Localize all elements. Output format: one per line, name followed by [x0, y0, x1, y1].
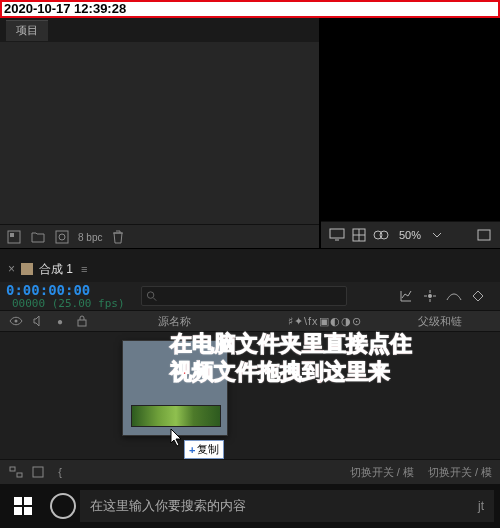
project-tab-label: 项目 [16, 23, 38, 38]
timeline-search-input[interactable] [157, 288, 346, 305]
project-bin-area[interactable] [0, 42, 319, 224]
panel-menu-icon[interactable]: ≡ [81, 263, 87, 275]
drag-copy-label: 复制 [197, 442, 219, 457]
svg-point-10 [428, 294, 432, 298]
svg-rect-17 [24, 497, 32, 505]
svg-rect-18 [14, 507, 22, 515]
trash-icon[interactable] [110, 229, 126, 245]
interpret-icon[interactable] [6, 229, 22, 245]
timeline-tab-label[interactable]: 合成 1 [39, 261, 73, 278]
toggle-switches-label-a[interactable]: 切换开关 / 模 [350, 465, 414, 480]
svg-rect-4 [330, 229, 344, 238]
windows-taskbar: 在这里输入你要搜索的内容 jt [0, 484, 500, 528]
dragged-video-thumbnail[interactable] [122, 340, 228, 436]
taskbar-search-placeholder: 在这里输入你要搜索的内容 [90, 497, 246, 515]
svg-rect-8 [478, 230, 490, 240]
monitor-icon[interactable] [329, 227, 345, 243]
project-toolbar: 8 bpc [0, 224, 319, 248]
new-comp-icon[interactable] [54, 229, 70, 245]
svg-rect-12 [78, 320, 86, 326]
svg-rect-2 [56, 231, 68, 243]
close-x-icon[interactable]: × [8, 262, 15, 276]
svg-point-3 [59, 234, 65, 240]
svg-rect-13 [10, 467, 15, 471]
timeline-search[interactable] [141, 286, 347, 306]
svg-rect-15 [33, 467, 43, 477]
thumbnail-preview [131, 405, 221, 427]
svg-point-9 [147, 292, 153, 298]
bpc-toggle[interactable]: 8 bpc [78, 232, 102, 243]
av-columns: ● [0, 313, 158, 329]
timeline-footer: { 切换开关 / 模 切换开关 / 模 [0, 459, 500, 484]
drag-copy-tooltip: + 复制 [184, 440, 224, 459]
svg-point-7 [380, 231, 388, 239]
chevron-down-icon[interactable] [429, 227, 445, 243]
timeline-panel: × 合成 1 ≡ 0:00:00:00 00000 (25.00 fps) ● … [0, 256, 500, 484]
zoom-level[interactable]: 50% [399, 229, 421, 241]
project-tab[interactable]: 项目 [6, 20, 48, 41]
switches-header: ♯✦\fx▣◐◑⊙ [288, 315, 418, 328]
fps-readout: 00000 (25.00 fps) [6, 297, 131, 310]
lock-column-icon[interactable] [74, 313, 90, 329]
timeline-layer-area[interactable]: + 复制 [0, 332, 500, 459]
search-icon [146, 290, 157, 302]
cortana-ring-icon [50, 493, 76, 519]
timecode-row: 0:00:00:00 00000 (25.00 fps) [0, 282, 500, 310]
solo-column-icon[interactable]: ● [52, 313, 68, 329]
keyframe-nav-icon[interactable] [470, 288, 486, 304]
folder-icon[interactable] [30, 229, 46, 245]
render-queue-icon[interactable] [30, 464, 46, 480]
cortana-button[interactable] [46, 484, 80, 528]
svg-rect-16 [14, 497, 22, 505]
svg-rect-19 [24, 507, 32, 515]
svg-rect-1 [10, 233, 14, 237]
timeline-column-headers: ● 源名称 ♯✦\fx▣◐◑⊙ 父级和链 [0, 310, 500, 332]
svg-rect-14 [17, 473, 22, 477]
speaker-column-icon[interactable] [30, 313, 46, 329]
preview-toolbar: 50% [321, 221, 500, 248]
grid-icon[interactable] [351, 227, 367, 243]
timeline-header-icons [398, 288, 494, 304]
mask-icon[interactable] [373, 227, 389, 243]
start-button[interactable] [0, 484, 46, 528]
project-panel: 项目 8 bpc [0, 18, 320, 248]
current-timecode[interactable]: 0:00:00:00 [6, 283, 131, 297]
preview-canvas[interactable] [321, 18, 500, 221]
shy-icon[interactable] [446, 288, 462, 304]
snap-icon[interactable] [422, 288, 438, 304]
parent-header[interactable]: 父级和链 [418, 314, 478, 329]
upper-panels: 项目 8 bpc 50% [0, 18, 500, 248]
resolution-icon[interactable] [476, 227, 492, 243]
windows-logo-icon [14, 497, 32, 515]
plus-icon: + [189, 444, 195, 456]
cursor-arrow-icon [170, 428, 186, 448]
brace-icon[interactable]: { [52, 464, 68, 480]
timestamp-banner: 2020-10-17 12:39:28 [0, 0, 500, 18]
taskbar-mic-hint: jt [478, 499, 484, 513]
timeline-tab-strip: × 合成 1 ≡ [0, 256, 500, 282]
toggle-switches-label-b[interactable]: 切换开关 / 模 [428, 465, 492, 480]
svg-point-11 [15, 320, 18, 323]
toggle-switches-icon[interactable] [8, 464, 24, 480]
project-tab-strip: 项目 [0, 18, 319, 42]
comp-icon [21, 263, 33, 275]
eye-column-icon[interactable] [8, 313, 24, 329]
graph-icon[interactable] [398, 288, 414, 304]
source-name-header[interactable]: 源名称 [158, 314, 288, 329]
taskbar-search[interactable]: 在这里输入你要搜索的内容 jt [80, 490, 494, 522]
composition-preview: 50% [320, 18, 500, 248]
